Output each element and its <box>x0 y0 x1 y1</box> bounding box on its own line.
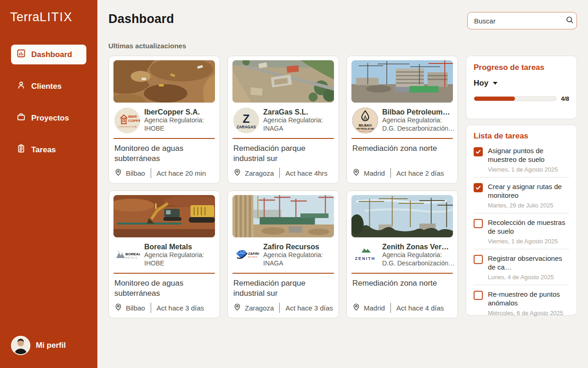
meta-divider <box>390 303 391 313</box>
task-item: Crear y asignar rutas de monitoreo Marte… <box>474 178 569 213</box>
card-divider <box>113 273 215 274</box>
site-photo-crane-skyline <box>351 195 453 237</box>
card-meta: Zaragoza Act hace 4hrs <box>232 168 334 179</box>
updated: Act hace 4hrs <box>285 169 328 177</box>
sidebar-item-tareas[interactable]: Tareas <box>11 140 86 160</box>
task-label: Recolección de muestras de suelo <box>488 218 569 236</box>
meta-divider <box>390 168 391 178</box>
meta-divider <box>151 303 151 313</box>
svg-text:RECURSOS: RECURSOS <box>248 256 258 258</box>
zaragas-logo: Z ZARAGAS <box>233 108 259 133</box>
location-pin-icon <box>233 168 241 178</box>
site-photo-cranes-urban <box>232 195 334 237</box>
svg-text:COPPER: COPPER <box>128 119 140 123</box>
company-name: Zenith Zonas Ver… <box>382 243 452 251</box>
project-name: Monitoreo de aguas subterráneas <box>113 144 215 164</box>
task-label: Registrar observaciones de ca… <box>488 254 569 271</box>
card-divider <box>232 138 334 139</box>
task-date: Viernes, 1 de Agosto 2025 <box>488 238 569 245</box>
card-divider <box>232 273 334 274</box>
boreal-metals-logo: BOREAL METALS <box>114 242 140 268</box>
avatar <box>11 336 30 355</box>
project-card-zenith[interactable]: ZENITH Zenith Zonas Ver… Agencia Regulat… <box>346 190 458 318</box>
bilbao-petroleum-logo: BILBAO PETROLEUM CONSTRUCTORA <box>352 108 378 133</box>
progress-panel: Progreso de tareas Hoy 4/8 <box>466 56 577 119</box>
task-date: Viernes, 1 de Agosto 2025 <box>488 166 569 173</box>
location: Bilbao <box>126 169 145 177</box>
project-card-ibercopper[interactable]: IBER COPPER CONSTRUCTORA IberCopper S.A.… <box>108 56 220 184</box>
agency: Agencia Regulatoria: IHOBE <box>144 116 204 133</box>
sidebar-item-clientes[interactable]: Clientes <box>11 76 86 96</box>
company-name: Bilbao Petroleum… <box>382 108 452 116</box>
updated: Act hace 20 min <box>157 169 206 177</box>
project-card-zaragas[interactable]: Z ZARAGAS ZaraGas S.L. Agencia Regulator… <box>227 56 339 184</box>
svg-text:ZENITH: ZENITH <box>355 256 376 261</box>
site-photo-mine-aerial <box>113 60 215 103</box>
task-item: Registrar observaciones de ca… Lunes, 4 … <box>474 249 569 285</box>
card-divider <box>351 273 453 274</box>
svg-text:ZARAGAS: ZARAGAS <box>237 125 256 129</box>
task-checkbox[interactable] <box>474 147 483 156</box>
project-card-zafiro[interactable]: ZAFIRO RECURSOS Zafiro Recursos Agencia … <box>227 190 339 318</box>
location: Bilbao <box>126 304 145 312</box>
svg-text:Z: Z <box>243 112 249 125</box>
search-box <box>467 12 577 29</box>
site-photo-excavators <box>113 195 215 237</box>
project-card-bilbao-petroleum[interactable]: BILBAO PETROLEUM CONSTRUCTORA Bilbao Pet… <box>346 56 458 184</box>
sidebar-item-proyectos[interactable]: Proyectos <box>11 108 86 128</box>
svg-text:IBER: IBER <box>128 115 137 119</box>
sidebar-item-dashboard[interactable]: Dashboard <box>11 45 86 64</box>
zenith-logo: ZENITH <box>352 242 378 268</box>
task-checkbox[interactable] <box>474 183 483 192</box>
location-pin-icon <box>233 303 241 312</box>
svg-text:BILBAO: BILBAO <box>359 123 372 127</box>
location: Zaragoza <box>245 304 274 312</box>
progress-label: 4/8 <box>561 95 569 102</box>
svg-text:BOREAL: BOREAL <box>125 252 140 256</box>
updated: Act hace 3 días <box>285 304 333 312</box>
tasks-panel: Lista de tareas Asignar puntos de muestr… <box>466 125 577 316</box>
profile-label: Mi perfil <box>36 341 66 350</box>
site-photo-city-cranes <box>351 60 453 103</box>
task-checkbox[interactable] <box>474 219 483 228</box>
card-divider <box>113 138 215 139</box>
agency: Agencia Regulatoria: INAGA <box>263 116 323 133</box>
task-item: Recolección de muestras de suelo Viernes… <box>474 213 569 249</box>
dashboard-icon <box>17 49 26 60</box>
task-label: Crear y asignar rutas de monitoreo <box>488 182 569 200</box>
location: Madrid <box>364 169 385 177</box>
card-meta: Madrid Act hace 4 días <box>351 303 453 314</box>
task-checkbox[interactable] <box>474 291 483 300</box>
tasks-panel-title: Lista de tareas <box>474 132 569 141</box>
updates-grid: IBER COPPER CONSTRUCTORA IberCopper S.A.… <box>108 56 458 318</box>
search-input[interactable] <box>474 17 565 25</box>
agency: Agencia Regulatoria: IHOBE <box>144 251 204 268</box>
project-name: Monitoreo de aguas subterráneas <box>113 278 215 299</box>
location-pin-icon <box>114 168 122 178</box>
ibercopper-logo: IBER COPPER CONSTRUCTORA <box>114 108 140 133</box>
task-date: Lunes, 4 de Agosto 2025 <box>488 274 569 281</box>
progress-fill <box>474 97 515 101</box>
chevron-down-icon <box>493 82 498 85</box>
meta-divider <box>279 168 280 178</box>
right-column: Progreso de tareas Hoy 4/8 Lista de tare… <box>466 56 577 318</box>
svg-text:METALS: METALS <box>125 257 137 259</box>
profile-button[interactable]: Mi perfil <box>0 336 97 368</box>
zafiro-logo: ZAFIRO RECURSOS <box>233 242 259 268</box>
location-pin-icon <box>352 303 360 312</box>
date-filter-dropdown[interactable]: Hoy <box>474 79 498 88</box>
company-name: Zafiro Recursos <box>263 243 323 251</box>
agency: Agencia Regulatoria: D.G. Descarbonizaci… <box>382 251 452 268</box>
project-card-boreal-metals[interactable]: BOREAL METALS Boreal Metals Agencia Regu… <box>108 190 220 318</box>
app-logo: TerraLITIX <box>0 0 97 24</box>
card-meta: Madrid Act hace 2 días <box>351 168 453 179</box>
task-checkbox[interactable] <box>474 255 483 264</box>
progress-panel-title: Progreso de tareas <box>474 63 569 72</box>
search-icon[interactable] <box>565 16 574 26</box>
company-name: IberCopper S.A. <box>144 108 204 116</box>
project-name: Remediación parque industrial sur <box>232 144 334 164</box>
clipboard-icon <box>17 144 26 155</box>
main-content: Dashboard Ultimas actualizaciones <box>97 0 588 368</box>
task-date: Martes, 29 de Julio 2025 <box>488 202 569 209</box>
task-label: Re-muestreo de puntos anómalos <box>488 290 569 307</box>
